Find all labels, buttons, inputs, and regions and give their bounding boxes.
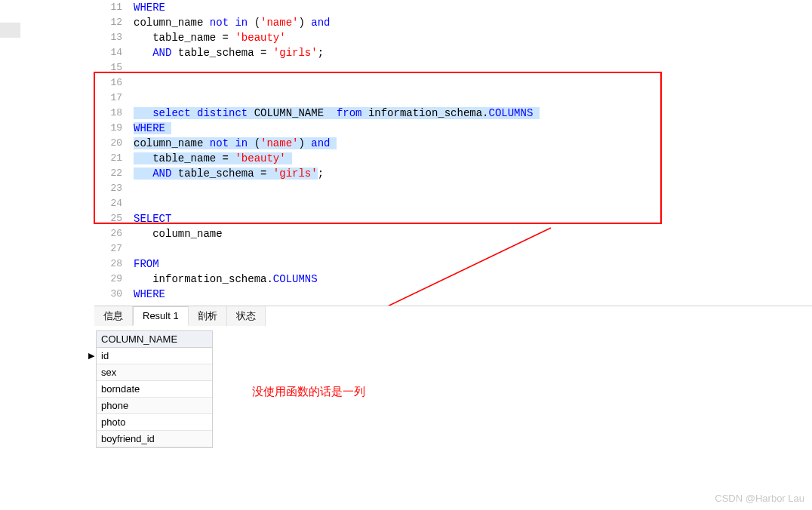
- code-line[interactable]: column_name: [134, 226, 798, 241]
- code-line[interactable]: table_name = 'beauty': [134, 151, 798, 166]
- code-line[interactable]: AND table_schema = 'girls';: [134, 45, 798, 60]
- left-margin: [0, 0, 94, 302]
- line-number: 25: [94, 211, 128, 226]
- table-row[interactable]: phone: [97, 398, 212, 414]
- code-line[interactable]: WHERE: [134, 287, 798, 302]
- line-number: 20: [94, 136, 128, 151]
- table-row[interactable]: sex: [97, 364, 212, 381]
- tab-info[interactable]: 信息: [94, 306, 133, 326]
- code-line[interactable]: [134, 75, 798, 91]
- line-number: 24: [94, 196, 128, 211]
- table-row[interactable]: borndate: [97, 381, 212, 398]
- table-row[interactable]: id▶: [97, 348, 212, 364]
- column-header[interactable]: COLUMN_NAME: [97, 331, 212, 348]
- line-number: 27: [94, 241, 128, 257]
- annotation-text: 没使用函数的话是一列: [252, 385, 365, 399]
- line-number: 18: [94, 106, 128, 121]
- code-line[interactable]: SELECT: [134, 211, 798, 226]
- line-number-gutter: 1112131415161718192021222324252627282930: [94, 0, 128, 302]
- code-line[interactable]: AND table_schema = 'girls';: [134, 166, 798, 181]
- tab-status[interactable]: 状态: [227, 306, 266, 326]
- tab-result1[interactable]: Result 1: [133, 306, 189, 326]
- table-row[interactable]: photo: [97, 414, 212, 431]
- code-line[interactable]: column_name not in ('name') and: [134, 136, 798, 151]
- line-number: 14: [94, 45, 128, 60]
- line-number: 21: [94, 151, 128, 166]
- current-row-marker-icon: ▶: [88, 351, 94, 361]
- line-number: 29: [94, 272, 128, 287]
- code-line[interactable]: column_name not in ('name') and: [134, 15, 798, 30]
- line-number: 28: [94, 257, 128, 272]
- tab-profile[interactable]: 剖析: [189, 306, 227, 326]
- code-line[interactable]: [134, 91, 798, 106]
- code-line[interactable]: information_schema.COLUMNS: [134, 272, 798, 287]
- code-line[interactable]: [134, 196, 798, 211]
- results-panel: 信息 Result 1 剖析 状态 COLUMN_NAME id▶sexborn…: [94, 306, 812, 502]
- code-line[interactable]: [134, 60, 798, 75]
- line-number: 11: [94, 0, 128, 15]
- line-number: 16: [94, 75, 128, 91]
- code-line[interactable]: [134, 241, 798, 257]
- code-line[interactable]: [134, 181, 798, 196]
- table-row[interactable]: boyfriend_id: [97, 431, 212, 447]
- margin-marker: [0, 23, 20, 38]
- code-line[interactable]: WHERE: [134, 0, 798, 15]
- line-number: 13: [94, 30, 128, 45]
- line-number: 12: [94, 15, 128, 30]
- line-number: 22: [94, 166, 128, 181]
- code-content[interactable]: WHEREcolumn_name not in ('name') and tab…: [134, 0, 798, 302]
- sql-editor[interactable]: 1112131415161718192021222324252627282930…: [94, 0, 812, 302]
- code-line[interactable]: WHERE: [134, 121, 798, 136]
- watermark: CSDN @Harbor Lau: [715, 493, 804, 504]
- line-number: 26: [94, 226, 128, 241]
- result-tabs: 信息 Result 1 剖析 状态: [94, 306, 812, 326]
- line-number: 23: [94, 181, 128, 196]
- result-table[interactable]: COLUMN_NAME id▶sexborndatephonephotoboyf…: [96, 330, 213, 448]
- code-line[interactable]: table_name = 'beauty': [134, 30, 798, 45]
- line-number: 17: [94, 91, 128, 106]
- line-number: 15: [94, 60, 128, 75]
- line-number: 30: [94, 287, 128, 302]
- line-number: 19: [94, 121, 128, 136]
- code-line[interactable]: select distinct COLUMN_NAME from informa…: [134, 106, 798, 121]
- code-line[interactable]: FROM: [134, 257, 798, 272]
